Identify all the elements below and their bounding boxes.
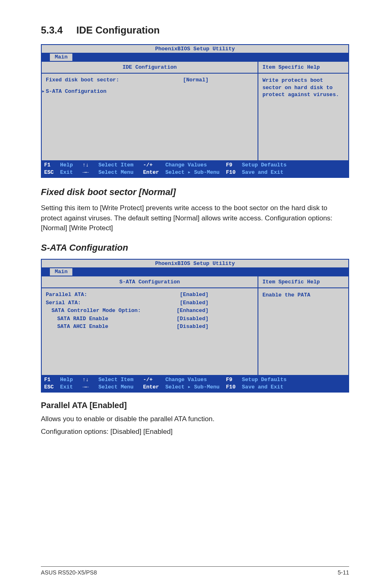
help-title-2: Item Specific Help [258,276,348,288]
bios-title-2: PhoenixBIOS Setup Utility [42,260,348,268]
serial-label: Serial ATA: [46,299,81,307]
key-pm: -/+ [143,162,152,169]
lbl-select-item-2: Select Item [99,376,134,384]
bios-title: PhoenixBIOS Setup Utility [42,45,348,54]
key-f10-2: F10 [226,384,235,391]
row-fixed-disk[interactable]: Fixed disk boot sector: [Normal] [46,76,253,84]
key-enter: Enter [143,169,159,176]
key-esc: ESC [44,169,54,176]
lbl-change-2: Change Values [166,376,207,384]
bios-tab-main[interactable]: Main [50,54,72,61]
section-heading: 5.3.4 IDE Configuration [41,25,349,36]
bios-tab-row-2: Main [42,268,348,276]
serial-value: [Enabled] [180,299,253,307]
lbl-select-menu: Select Menu [99,169,134,176]
page-footer: ASUS RS520-X5/PS8 5-11 [41,566,349,576]
key-enter-2: Enter [143,384,159,391]
row-serial-ata[interactable]: Serial ATA: [Enabled] [46,299,253,307]
raid-value: [Disabled] [177,315,253,323]
key-lr: →← [83,169,89,176]
lbl-change: Change Values [166,162,207,169]
ahci-value: [Disabled] [177,323,253,331]
bios-tab-row: Main [42,54,348,61]
footer-left: ASUS RS520-X5/PS8 [41,569,97,576]
lbl-exit: Exit [60,169,73,176]
help-body: Write protects boot sector on hard disk … [258,74,348,102]
bios-footer-2: F1 Help ↑↓ Select Item -/+ Change Values… [42,375,348,392]
row-sata-mode[interactable]: SATA Controller Mode Option: [Enhanced] [46,307,253,315]
fixed-disk-value: [Normal] [183,76,253,84]
key-f9: F9 [226,162,233,169]
lbl-submenu-2: Select ▸ Sub-Menu [166,384,220,391]
fixed-disk-heading: Fixed disk boot sector [Normal] [41,187,349,197]
key-f10: F10 [226,169,235,176]
sata-heading: S-ATA Configuration [41,242,349,253]
lbl-select-menu-2: Select Menu [99,384,134,391]
parallel-text2: Configuration options: [Disabled] [Enabl… [41,427,349,437]
lbl-save-2: Save and Exit [242,384,283,391]
parallel-text1: Allows you to enable or disable the para… [41,414,349,424]
ahci-label: SATA AHCI Enable [57,323,108,331]
footer-right: 5-11 [338,569,349,576]
section-title: IDE Configuration [76,25,160,36]
fixed-disk-text: Setting this item to [Write Protect] pre… [41,203,349,233]
mode-value: [Enhanced] [177,307,253,315]
key-f1: F1 [44,162,51,169]
lbl-defaults-2: Setup Defaults [242,376,287,384]
key-updown-2: ↑↓ [83,376,89,384]
key-f1-2: F1 [44,376,51,384]
lbl-help: Help [60,162,73,169]
bios-panel-title-2: S-ATA Configuration [42,276,258,288]
key-f9-2: F9 [226,376,233,384]
bios-panel-ide: PhoenixBIOS Setup Utility Main IDE Confi… [41,44,349,178]
key-pm-2: -/+ [143,376,152,384]
help-title: Item Specific Help [258,62,348,74]
bios-panel-sata: PhoenixBIOS Setup Utility Main S-ATA Con… [41,259,349,393]
row-parallel-ata[interactable]: Parallel ATA: [Enabled] [46,291,253,299]
section-number: 5.3.4 [41,25,63,36]
parallel-label: Parallel ATA: [46,291,87,299]
fixed-disk-label: Fixed disk boot sector: [46,76,119,84]
key-esc-2: ESC [44,384,54,391]
lbl-submenu: Select ▸ Sub-Menu [166,169,220,176]
help-body-2: Enable the PATA [258,288,348,302]
lbl-save: Save and Exit [242,169,283,176]
bios-tab-main-2[interactable]: Main [50,268,72,276]
submenu-arrow-icon: ▸ [42,88,45,96]
lbl-exit-2: Exit [60,384,73,391]
parallel-value: [Enabled] [180,291,253,299]
lbl-select-item: Select Item [99,162,134,169]
mode-label: SATA Controller Mode Option: [52,307,141,315]
lbl-help-2: Help [60,376,73,384]
parallel-heading: Parallel ATA [Enabled] [41,401,349,410]
sata-config-label: S-ATA Configuration [46,88,106,96]
lbl-defaults: Setup Defaults [242,162,287,169]
key-lr-2: →← [83,384,89,391]
key-updown: ↑↓ [83,162,89,169]
row-sata-config[interactable]: ▸ S-ATA Configuration [46,88,253,96]
row-sata-ahci[interactable]: SATA AHCI Enable [Disabled] [46,323,253,331]
row-sata-raid[interactable]: SATA RAID Enable [Disabled] [46,315,253,323]
raid-label: SATA RAID Enable [57,315,108,323]
bios-footer: F1 Help ↑↓ Select Item -/+ Change Values… [42,160,348,177]
bios-panel-title: IDE Configuration [42,62,258,74]
